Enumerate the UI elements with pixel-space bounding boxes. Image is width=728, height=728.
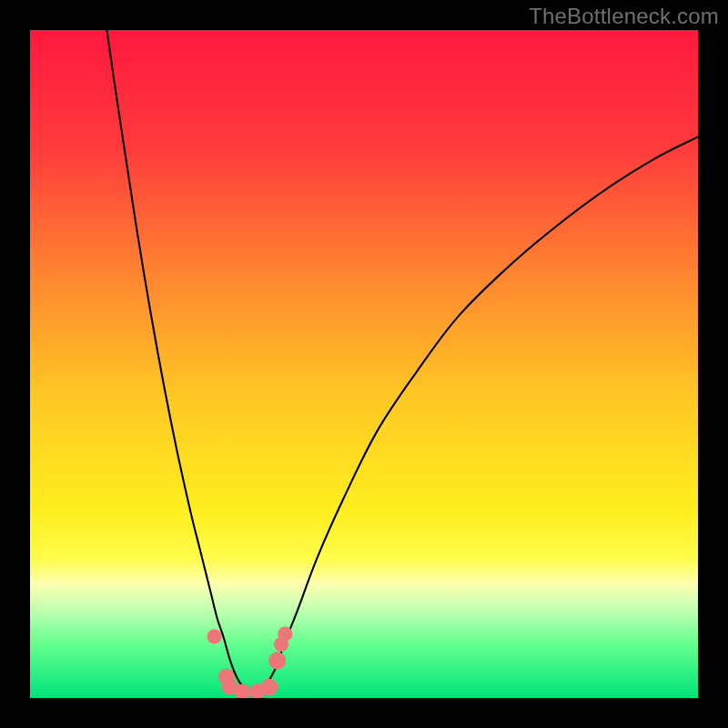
chart-svg — [30, 30, 698, 698]
marker-point — [207, 629, 222, 643]
marker-point — [268, 652, 286, 669]
chart-frame: TheBottleneck.com — [0, 0, 728, 728]
watermark-text: TheBottleneck.com — [529, 4, 719, 29]
marker-point — [278, 626, 292, 641]
chart-background — [30, 30, 698, 698]
chart-plot-area — [30, 30, 698, 698]
marker-point — [260, 679, 278, 696]
